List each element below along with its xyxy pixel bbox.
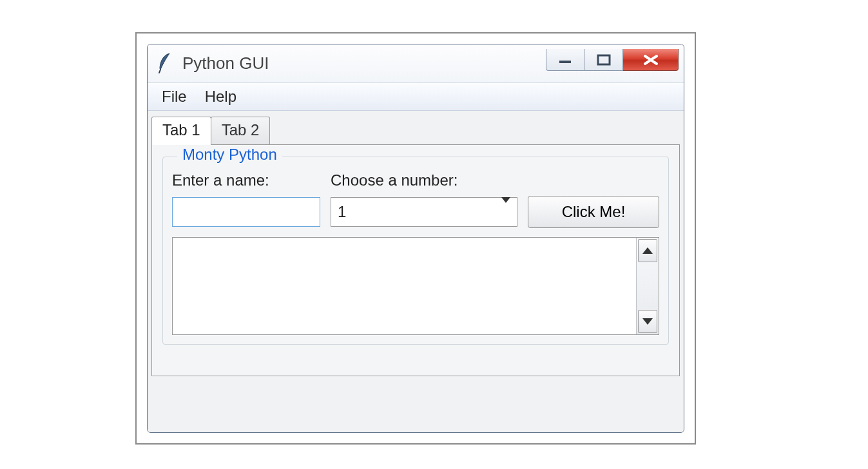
- number-combobox-value: 1: [338, 203, 346, 221]
- application-window: Python GUI: [147, 44, 684, 433]
- tab-2[interactable]: Tab 2: [211, 117, 271, 144]
- group-legend: Monty Python: [177, 146, 282, 164]
- triangle-down-icon: [642, 318, 653, 325]
- feather-icon: [157, 52, 173, 74]
- close-button[interactable]: [623, 49, 679, 71]
- click-me-button[interactable]: Click Me!: [528, 196, 659, 228]
- number-label: Choose a number:: [331, 171, 517, 189]
- close-icon: [642, 53, 660, 66]
- group-monty-python: Monty Python Enter a name: Choose a numb…: [162, 157, 669, 345]
- triangle-up-icon: [642, 247, 653, 254]
- tab-page-1: Monty Python Enter a name: Choose a numb…: [151, 144, 680, 376]
- tab-1[interactable]: Tab 1: [151, 117, 211, 145]
- menu-file[interactable]: File: [153, 85, 196, 108]
- client-area: Tab 1 Tab 2 Monty Python Enter a name: C…: [148, 111, 684, 432]
- maximize-icon: [597, 54, 611, 66]
- window-title: Python GUI: [182, 53, 546, 73]
- scrolled-text[interactable]: [172, 237, 659, 335]
- number-combobox[interactable]: 1: [331, 197, 517, 227]
- minimize-icon: [558, 55, 572, 64]
- titlebar[interactable]: Python GUI: [148, 44, 684, 82]
- svg-rect-1: [598, 55, 610, 64]
- window-controls: [546, 49, 679, 71]
- menu-help[interactable]: Help: [196, 85, 246, 108]
- svg-rect-0: [559, 61, 571, 63]
- menubar: File Help: [148, 82, 684, 111]
- name-label: Enter a name:: [172, 171, 320, 189]
- scroll-up-button[interactable]: [638, 239, 657, 262]
- tabstrip: Tab 1 Tab 2: [151, 112, 680, 144]
- maximize-button[interactable]: [584, 49, 623, 71]
- name-input[interactable]: [172, 197, 320, 227]
- scroll-down-button[interactable]: [638, 310, 657, 333]
- form-row: Enter a name: Choose a number: 1 Click M…: [172, 171, 659, 228]
- chevron-down-icon: [501, 203, 510, 221]
- vertical-scrollbar[interactable]: [636, 238, 659, 334]
- screenshot-frame: Python GUI: [135, 32, 696, 445]
- minimize-button[interactable]: [546, 49, 584, 71]
